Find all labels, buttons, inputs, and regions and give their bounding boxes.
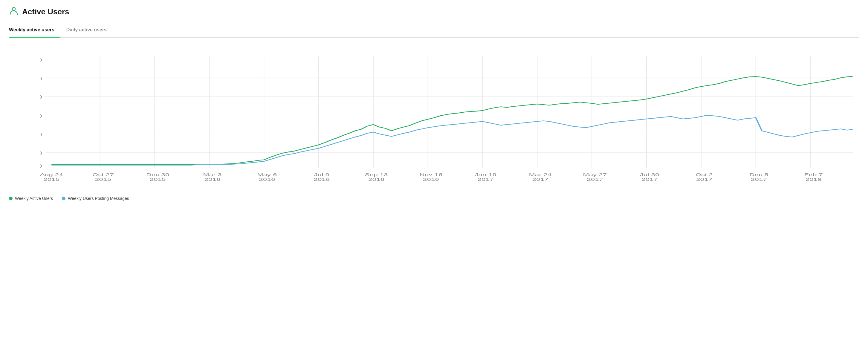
svg-text:2017: 2017 <box>587 177 603 181</box>
svg-text:): ) <box>40 75 42 80</box>
tab-bar: Weekly active users Daily active users <box>9 24 859 38</box>
svg-text:2017: 2017 <box>478 177 494 181</box>
svg-text:Oct 2: Oct 2 <box>695 172 713 177</box>
svg-text:2016: 2016 <box>423 177 439 181</box>
svg-text:Mar 3: Mar 3 <box>203 172 221 177</box>
svg-text:Jan 19: Jan 19 <box>475 172 496 177</box>
svg-text:2015: 2015 <box>95 177 111 181</box>
legend-weekly-active: Weekly Active Users <box>9 196 53 201</box>
svg-point-0 <box>12 7 15 10</box>
svg-text:2016: 2016 <box>204 177 220 181</box>
svg-text:Sep 13: Sep 13 <box>365 172 388 177</box>
svg-text:Oct 27: Oct 27 <box>92 172 114 177</box>
chart-area: ) ) ) ) ) ) ) Aug 24 2015 Oct 27 2015 De… <box>9 46 859 190</box>
legend-dot-green <box>9 197 12 200</box>
page-title: Active Users <box>22 7 69 17</box>
tab-weekly-active-users[interactable]: Weekly active users <box>9 24 60 38</box>
svg-text:2017: 2017 <box>642 177 658 181</box>
svg-text:): ) <box>40 113 42 118</box>
svg-text:Aug 24: Aug 24 <box>40 172 63 177</box>
line-chart: ) ) ) ) ) ) ) Aug 24 2015 Oct 27 2015 De… <box>9 46 859 190</box>
svg-text:Dec 5: Dec 5 <box>749 172 769 177</box>
svg-text:2017: 2017 <box>751 177 767 181</box>
svg-text:May 27: May 27 <box>583 172 607 177</box>
svg-text:Feb 7: Feb 7 <box>804 172 823 177</box>
svg-text:Dec 30: Dec 30 <box>146 172 169 177</box>
chart-legend: Weekly Active Users Weekly Users Posting… <box>9 196 859 201</box>
legend-dot-blue <box>62 197 65 200</box>
svg-text:Nov 16: Nov 16 <box>420 172 442 177</box>
svg-text:): ) <box>40 57 42 62</box>
svg-text:2015: 2015 <box>43 177 60 181</box>
weekly-active-users-line <box>52 76 853 164</box>
svg-text:2016: 2016 <box>259 177 275 181</box>
legend-label-posting-users: Weekly Users Posting Messages <box>68 196 129 201</box>
svg-text:): ) <box>40 151 42 155</box>
tab-daily-active-users[interactable]: Daily active users <box>66 24 113 38</box>
svg-text:2018: 2018 <box>806 177 822 181</box>
legend-label-weekly-active: Weekly Active Users <box>15 196 53 201</box>
page-header: Active Users <box>9 6 859 18</box>
weekly-posting-users-line <box>52 115 853 165</box>
svg-text:2016: 2016 <box>314 177 330 181</box>
svg-text:): ) <box>40 94 42 99</box>
svg-text:2017: 2017 <box>696 177 712 181</box>
svg-text:Jul 9: Jul 9 <box>314 172 329 177</box>
user-icon <box>9 6 19 18</box>
svg-text:Mar 24: Mar 24 <box>529 172 552 177</box>
svg-text:May 6: May 6 <box>257 172 277 177</box>
svg-text:2015: 2015 <box>150 177 166 181</box>
svg-text:2016: 2016 <box>368 177 384 181</box>
svg-text:): ) <box>40 132 42 136</box>
legend-posting-users: Weekly Users Posting Messages <box>62 196 129 201</box>
svg-text:Jul 30: Jul 30 <box>640 172 659 177</box>
svg-text:): ) <box>40 163 42 167</box>
svg-text:2017: 2017 <box>532 177 548 181</box>
